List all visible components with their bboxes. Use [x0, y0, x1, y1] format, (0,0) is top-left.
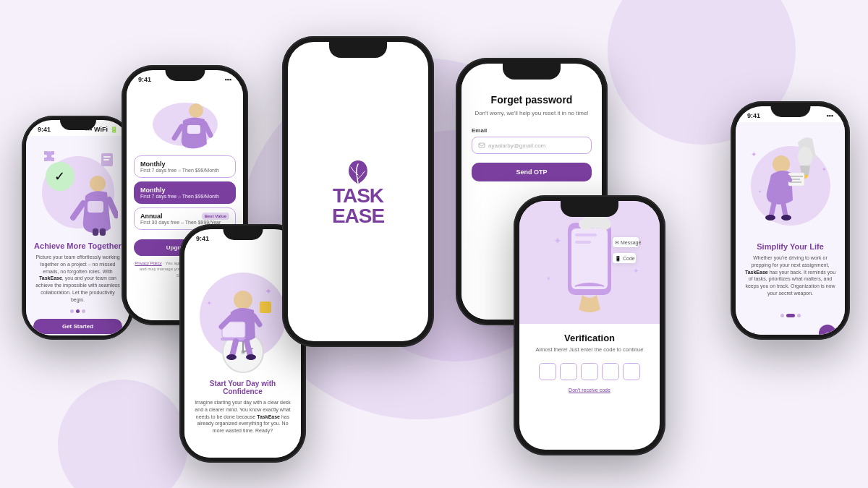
svg-rect-7	[103, 156, 111, 158]
phone1-desc: Picture your team effortlessly working t…	[33, 254, 122, 304]
svg-rect-10	[187, 125, 200, 134]
dot6-3	[797, 314, 801, 317]
phone2b-desc: Imagine starting your day with a clear d…	[192, 399, 294, 435]
svg-rect-31	[571, 228, 608, 289]
verification-subtitle: Almost there! Just enter the code to con…	[529, 346, 650, 354]
dot-1	[70, 309, 74, 313]
status-icons-6: ▪▪▪	[826, 112, 833, 119]
svg-text:📱 Code: 📱 Code	[615, 255, 635, 262]
otp-box-5[interactable]	[623, 363, 640, 380]
svg-rect-4	[93, 228, 98, 236]
signal-icon-6: ▪▪▪	[826, 112, 833, 119]
plan-monthly-selected[interactable]: Monthly First 7 days free – Then $99/Mon…	[134, 181, 236, 204]
phone-verification-screen: ✉ Message 📱 Code ✦ ✦ ✦	[519, 201, 660, 450]
forgot-subtitle: Don't worry, we'll help you reset it in …	[472, 109, 592, 117]
plan-monthly-unselected[interactable]: Monthly First 7 days free – Then $99/Mon…	[134, 155, 236, 178]
book-icon	[100, 153, 114, 167]
svg-text:✦: ✦	[207, 300, 212, 307]
email-icon	[478, 142, 485, 149]
wifi-icon: WiFi	[94, 126, 108, 133]
phone1-dots	[70, 309, 85, 313]
email-placeholder: ayaalarby@gmail.com	[488, 142, 545, 149]
svg-line-21	[247, 341, 250, 356]
svg-point-40	[597, 218, 611, 230]
phone-notch	[60, 120, 96, 130]
svg-text:✦: ✦	[633, 267, 639, 275]
svg-rect-29	[479, 143, 485, 147]
dot6-1	[780, 314, 784, 317]
phone6-footer: Skip ›	[743, 325, 838, 335]
phone-simplify: 9:41 ▪▪▪	[731, 101, 850, 340]
privacy-link[interactable]: Privacy Policy	[135, 261, 161, 265]
dot-3	[82, 309, 85, 313]
status-time-2: 9:41	[138, 76, 151, 83]
svg-point-45	[773, 155, 790, 173]
taskease-logo: TASK EASE	[332, 157, 384, 226]
phone6-illustration: ✦ ✦ ✦	[744, 135, 838, 236]
phone2b-title: Start Your Day with Confidence	[192, 380, 294, 395]
verification-title: Verification	[529, 333, 650, 343]
phone3-content: TASK EASE	[288, 42, 428, 341]
svg-line-11	[174, 127, 182, 138]
svg-line-20	[232, 341, 236, 356]
forgot-title: Forget password	[472, 94, 592, 106]
puzzle-icon	[42, 149, 55, 162]
person-clock-illustration: ✦ ✦	[196, 265, 290, 374]
phones-container: 9:41 ▪▪▪ WiFi 🔋 ✓	[0, 0, 868, 488]
svg-text:✉ Message: ✉ Message	[615, 240, 641, 246]
phone6-desc: Whether you're driving to work or preppi…	[743, 254, 838, 297]
svg-point-39	[579, 218, 593, 230]
otp-box-2[interactable]	[560, 363, 577, 380]
logo-leaf-icon	[344, 157, 373, 186]
svg-line-2	[109, 200, 116, 215]
phone5-content: ✉ Message 📱 Code ✦ ✦ ✦	[519, 201, 660, 450]
dot6-2-active	[786, 314, 795, 317]
otp-box-4[interactable]	[602, 363, 619, 380]
person-illustration-2	[167, 100, 218, 150]
svg-point-22	[226, 354, 237, 360]
plan2-desc: First 7 days free – Then $99/Month	[140, 194, 229, 199]
phone1-title: Achieve More Together	[34, 241, 122, 250]
get-started-button[interactable]: Get Started	[33, 319, 122, 334]
plan1-desc: First 7 days free – Then $99/Month	[140, 168, 229, 173]
send-otp-button[interactable]: Send OTP	[472, 163, 592, 181]
otp-box-1[interactable]	[539, 363, 556, 380]
verification-illustration: ✉ Message 📱 Code ✦ ✦ ✦	[532, 208, 647, 324]
logo-line1: TASK	[332, 186, 384, 206]
svg-rect-3	[88, 201, 103, 213]
otp-input-group[interactable]	[529, 363, 650, 380]
best-value-badge: Best Value	[202, 213, 229, 220]
svg-rect-32	[575, 234, 597, 236]
svg-text:✦: ✦	[751, 150, 757, 158]
svg-point-53	[765, 215, 775, 221]
phone-simplify-screen: 9:41 ▪▪▪	[736, 106, 845, 335]
phone-notch-3	[329, 42, 387, 58]
phone-splash-screen: TASK EASE	[288, 42, 428, 341]
phone6-content: ✦ ✦ ✦ Simplify Your Life Whether you're …	[736, 122, 845, 335]
svg-text:✦: ✦	[758, 189, 762, 194]
svg-text:✦: ✦	[553, 235, 562, 247]
phone-onboarding: 9:41 ▪▪▪ WiFi 🔋 ✓	[22, 116, 134, 340]
plan3-row: Annual Best Value	[140, 213, 229, 220]
email-input-display[interactable]: ayaalarby@gmail.com	[472, 137, 592, 154]
svg-point-23	[246, 354, 256, 360]
battery-icon: 🔋	[110, 126, 118, 133]
plan3-name: Annual	[140, 213, 163, 220]
svg-line-50	[788, 177, 790, 180]
svg-text:✦: ✦	[822, 166, 827, 173]
otp-box-3[interactable]	[581, 363, 598, 380]
svg-point-44	[798, 147, 812, 167]
svg-point-17	[234, 291, 252, 309]
status-icons-2: ▪▪▪	[224, 76, 231, 83]
dot-2-active	[76, 309, 80, 313]
svg-line-51	[771, 203, 774, 216]
phone-notch-2b	[223, 229, 263, 240]
phone6-title: Simplify Your Life	[757, 242, 824, 251]
status-time-6: 9:41	[747, 112, 760, 119]
dont-receive-text[interactable]: Don't receive code	[529, 388, 650, 393]
person-rocket-illustration: ✦ ✦ ✦	[744, 135, 838, 236]
svg-point-54	[781, 215, 791, 221]
next-button[interactable]: ›	[819, 325, 836, 335]
logo-line2: EASE	[332, 206, 384, 226]
skip-button[interactable]: Skip	[744, 330, 756, 335]
